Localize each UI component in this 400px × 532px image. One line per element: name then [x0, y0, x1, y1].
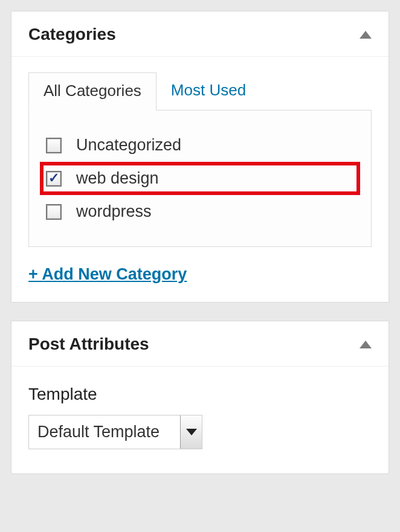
collapse-up-icon: [360, 31, 372, 39]
checkbox-wordpress[interactable]: [46, 204, 62, 220]
category-label: web design: [76, 169, 159, 188]
post-attributes-panel-header[interactable]: Post Attributes: [11, 321, 389, 367]
add-new-category-link[interactable]: + Add New Category: [28, 265, 187, 284]
category-row-uncategorized: Uncategorized: [40, 129, 360, 162]
post-attributes-panel-title: Post Attributes: [28, 335, 149, 354]
categories-tabs: All Categories Most Used Uncategorized w…: [28, 72, 372, 247]
collapse-up-icon: [360, 341, 372, 348]
tab-most-used[interactable]: Most Used: [156, 72, 260, 110]
template-label: Template: [28, 385, 372, 404]
post-attributes-panel: Post Attributes Template Default Templat…: [11, 321, 389, 474]
tab-row: All Categories Most Used: [28, 72, 372, 110]
categories-panel-body: All Categories Most Used Uncategorized w…: [11, 57, 389, 302]
tab-all-categories[interactable]: All Categories: [28, 72, 156, 111]
template-select[interactable]: Default Template: [28, 415, 202, 449]
category-label: Uncategorized: [76, 136, 181, 155]
categories-panel: Categories All Categories Most Used Unca…: [11, 11, 389, 303]
checkbox-uncategorized[interactable]: [46, 138, 62, 153]
chevron-down-icon: [186, 429, 197, 435]
category-row-web-design: web design: [40, 162, 360, 195]
post-attributes-panel-body: Template Default Template: [11, 367, 389, 473]
checkbox-web-design[interactable]: [46, 171, 62, 187]
dropdown-button[interactable]: [180, 415, 202, 449]
category-row-wordpress: wordpress: [40, 195, 360, 228]
category-label: wordpress: [76, 202, 152, 221]
categories-panel-title: Categories: [28, 25, 116, 44]
categories-panel-header[interactable]: Categories: [11, 11, 389, 57]
template-select-value: Default Template: [29, 415, 180, 449]
categories-list: Uncategorized web design wordpress: [28, 110, 372, 247]
